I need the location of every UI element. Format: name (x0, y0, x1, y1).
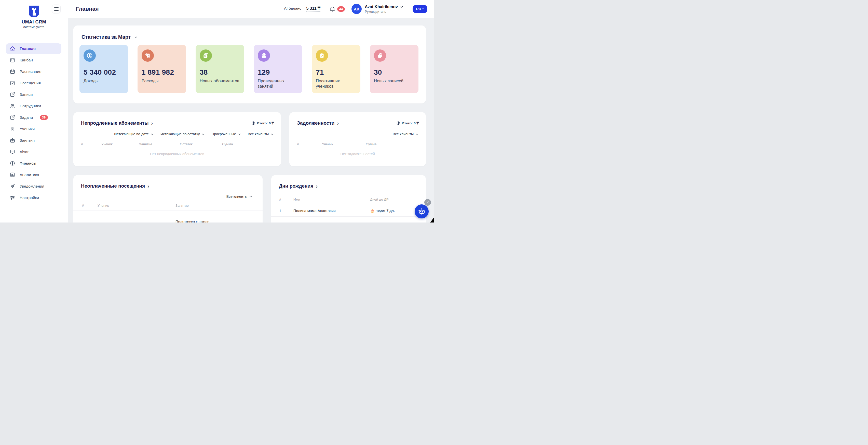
sidebar-item-records[interactable]: Записи (6, 89, 61, 100)
sidebar-item-lessons[interactable]: Занятия (6, 135, 61, 146)
row-name: Полина мама Анастасия (293, 209, 370, 213)
mouse-cursor (430, 217, 434, 222)
stat-label: Новых записей (374, 78, 414, 84)
subscription-refresh-icon (200, 50, 212, 62)
sidebar-item-label: Настройки (20, 196, 39, 200)
sidebar-item-label: Записи (20, 92, 33, 97)
section-link-arrow[interactable]: › (316, 183, 318, 188)
chevron-down-icon (202, 132, 205, 136)
sidebar-item-tasks[interactable]: Задачи 39 (6, 112, 61, 123)
filter-overdue[interactable]: Просроченные (211, 132, 241, 136)
shield-rook-logo-icon (29, 6, 39, 17)
chevron-down-icon (271, 132, 274, 136)
filter-all-clients[interactable]: Все клиенты (248, 132, 274, 136)
bell-icon (329, 6, 336, 12)
stats-period-chevron-icon[interactable] (134, 35, 138, 39)
sidebar-item-label: Сотрудники (20, 104, 41, 108)
notifications-count-badge: 44 (337, 6, 345, 12)
row-days-to-birthday: 🎂 через 7 дн. (370, 208, 418, 213)
table-header: # Имя Дней до ДР (279, 198, 418, 201)
sidebar-item-visits[interactable]: Посещения (6, 78, 61, 88)
filter-expiring-by-remainder[interactable]: Истекающие по остатку (160, 132, 205, 136)
filter-expiring-by-date[interactable]: Истекающие по дате (114, 132, 154, 136)
sidebar-item-label: Финансы (20, 161, 36, 166)
sliders-icon (10, 195, 15, 201)
ai-balance[interactable]: AI баланс – 5 311 ₸ (284, 6, 320, 12)
sidebar-item-label: Задачи (20, 115, 33, 120)
stat-label: Доходы (84, 78, 124, 84)
total-badge: Итого: 0 ₸ (251, 121, 274, 125)
chat-widget-button[interactable] (415, 204, 429, 218)
sidebar-item-label: Занятия (20, 138, 35, 143)
sidebar-item-label: Уведомления (20, 184, 44, 188)
row-number: 1 (279, 209, 293, 213)
filter-all-clients[interactable]: Все клиенты (226, 195, 252, 199)
chevron-down-icon (151, 132, 154, 136)
stat-card-new-records: 30 Новых записей (370, 45, 418, 93)
stat-card-new-subscriptions: 38 Новых абонементов (196, 45, 244, 93)
section-link-arrow[interactable]: › (148, 183, 149, 188)
stat-card-lessons-held: 129 Проведенных занятий (254, 45, 302, 93)
sidebar-item-label: Ученики (20, 127, 35, 131)
notifications-button[interactable]: 44 (329, 6, 345, 12)
stat-card-expenses: $ 1 891 982 Расходы (137, 45, 186, 93)
dollar-circle-icon (10, 160, 15, 166)
home-icon (10, 46, 15, 52)
notes-icon (374, 50, 386, 62)
sidebar: UMAI CRM система учета Главная Канбан Ра… (0, 0, 68, 222)
section-link-arrow[interactable]: › (337, 121, 339, 126)
stat-value: 30 (374, 68, 414, 77)
sidebar-item-notifications[interactable]: Уведомления (6, 181, 61, 192)
sidebar-item-students[interactable]: Ученики (6, 124, 61, 134)
sidebar-item-label: Канбан (20, 58, 33, 62)
stat-value: 5 340 002 (84, 68, 124, 77)
bar-chart-icon (10, 172, 15, 178)
sidebar-item-home[interactable]: Главная (6, 43, 61, 54)
user-menu[interactable]: Azat Khairikenov Руководитель (365, 5, 403, 13)
user-name: Azat Khairikenov (365, 5, 398, 9)
close-icon (426, 201, 429, 204)
robot-icon (417, 207, 426, 216)
sidebar-item-finance[interactable]: Финансы (6, 158, 61, 169)
row-actions-ellipsis[interactable]: ... (253, 222, 258, 223)
ai-balance-value: 5 311 ₸ (306, 6, 320, 12)
stats-title: Статистика за Март (82, 34, 131, 40)
user-role: Руководитель (365, 10, 403, 13)
section-title: Задолженности (297, 120, 334, 126)
sidebar-toggle-button[interactable] (52, 5, 61, 13)
kanban-icon (10, 57, 15, 63)
section-link-arrow[interactable]: › (151, 121, 153, 126)
chevron-down-icon (249, 195, 252, 198)
chevron-down-icon (415, 132, 419, 136)
sidebar-item-analytics[interactable]: Аналитика (6, 170, 61, 180)
sidebar-item-settings[interactable]: Настройки (6, 192, 61, 203)
check-square-icon (10, 80, 15, 86)
stat-label: Проведенных занятий (258, 78, 298, 89)
calendar-icon (10, 69, 15, 75)
chat-close-button[interactable] (424, 199, 431, 206)
chat-bubble-icon (10, 149, 15, 155)
sidebar-item-aisar[interactable]: Aisar (6, 147, 61, 157)
stat-label: Посетивших учеников (316, 78, 356, 89)
sidebar-item-label: Аналитика (20, 173, 39, 177)
sidebar-item-kanban[interactable]: Канбан (6, 55, 61, 65)
briefcase-icon (258, 50, 270, 62)
subscriptions-filters: Истекающие по дате Истекающие по остатку… (114, 132, 274, 136)
table-row: 1 Полина мама Анастасия 🎂 через 7 дн. (279, 205, 418, 216)
filter-all-clients[interactable]: Все клиенты (393, 132, 419, 136)
sidebar-item-label: Главная (20, 47, 36, 51)
stat-label: Новых абонементов (200, 78, 240, 84)
language-switcher[interactable]: RU ▼ (413, 5, 427, 13)
umai-crm-dashboard: UMAI CRM система учета Главная Канбан Ра… (0, 0, 434, 222)
sidebar-item-schedule[interactable]: Расписание (6, 66, 61, 77)
sidebar-nav: Главная Канбан Расписание Посещения Запи… (0, 43, 68, 204)
empty-state: Нет непродлённых абонементов (73, 152, 281, 156)
briefcase-icon (10, 138, 15, 143)
sidebar-item-label: Посещения (20, 81, 41, 85)
stat-value: 38 (200, 68, 240, 77)
avatar[interactable]: AK (351, 4, 362, 14)
sidebar-item-employees[interactable]: Сотрудники (6, 101, 61, 111)
main-content: Статистика за Март 5 340 002 Доходы $ 1 … (68, 18, 434, 222)
pencil-square-icon (10, 92, 15, 97)
receipt-icon: $ (142, 50, 154, 62)
